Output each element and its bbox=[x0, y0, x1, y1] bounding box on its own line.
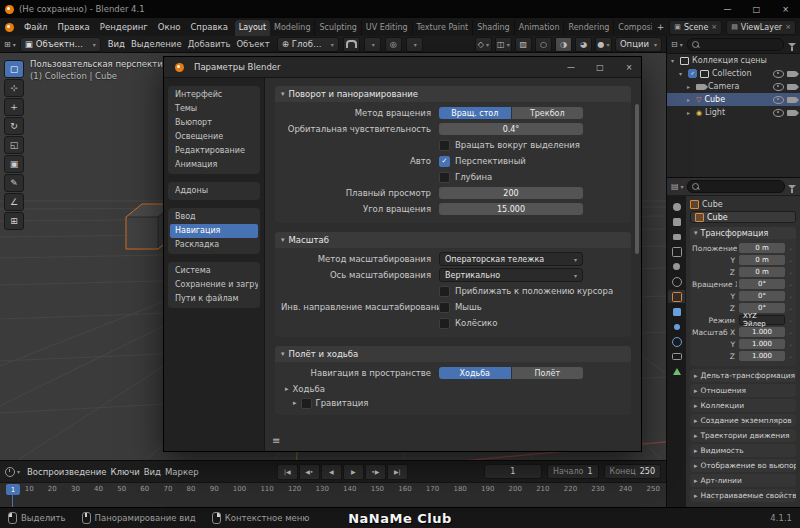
play-reverse-button[interactable]: ◀ bbox=[321, 464, 342, 480]
pref-tab-addons[interactable]: Аддоны bbox=[170, 184, 258, 198]
shading-wireframe-button[interactable]: ○ bbox=[535, 37, 552, 52]
pref-tab-navigation[interactable]: Навигация bbox=[170, 224, 258, 238]
prefs-minimize-button[interactable]: — bbox=[559, 57, 583, 77]
decorate-keyframe-icon[interactable]: ◦ bbox=[787, 269, 794, 276]
object-name-field[interactable]: Cube bbox=[690, 211, 796, 224]
section-fly-walk-header[interactable]: ▾ Полёт и ходьба bbox=[275, 346, 631, 362]
section-zoom-header[interactable]: ▾ Масштаб bbox=[275, 232, 631, 248]
rotation-mode-dropdown[interactable]: XYZ Эйлер bbox=[739, 315, 785, 325]
gizmos-dropdown[interactable]: ◇ bbox=[475, 37, 492, 52]
walk-subpanel[interactable]: ▸ Ходьба bbox=[281, 382, 583, 396]
menu-window[interactable]: Окно bbox=[153, 18, 186, 36]
tool-transform[interactable]: ▣ bbox=[4, 155, 24, 173]
pref-tab-system[interactable]: Система bbox=[170, 264, 258, 278]
frame-end-field[interactable]: Конец 250 bbox=[604, 464, 661, 479]
tab-view-layer[interactable] bbox=[668, 245, 685, 258]
workspace-tab-sculpting[interactable]: Sculpting bbox=[315, 20, 361, 36]
smooth-view-field[interactable]: 200 bbox=[439, 187, 583, 199]
tab-constraints[interactable] bbox=[668, 350, 685, 363]
zoom-axis-dropdown[interactable]: Вертикально ▾ bbox=[439, 268, 583, 282]
gravity-subpanel[interactable]: ▸ Гравитация bbox=[281, 396, 583, 410]
outliner-row-cube[interactable]: ▸ ▽ Cube bbox=[667, 93, 800, 106]
view-layer-selector[interactable]: ▤ ViewLayer × bbox=[726, 20, 796, 35]
blender-menu-icon[interactable] bbox=[5, 23, 14, 32]
navigation-walk-button[interactable]: Ходьба bbox=[439, 367, 511, 379]
tab-output[interactable] bbox=[668, 230, 685, 243]
outliner-row-light[interactable]: ▸ ◉ Light bbox=[667, 106, 800, 119]
panel-instancing[interactable]: ▸ Создание экземпляров bbox=[690, 414, 796, 427]
hide-in-viewport-icon[interactable] bbox=[773, 70, 784, 78]
play-button[interactable]: ▶ bbox=[343, 464, 364, 480]
disable-in-renders-icon[interactable] bbox=[787, 110, 796, 116]
tab-modifiers[interactable] bbox=[668, 305, 685, 318]
invert-mouse-zoom-checkbox[interactable] bbox=[439, 302, 450, 313]
menu-file[interactable]: Файл bbox=[19, 18, 52, 36]
location-z-field[interactable]: 0 m bbox=[739, 267, 785, 277]
outliner-search-input[interactable] bbox=[687, 38, 784, 51]
menu-help[interactable]: Справка bbox=[185, 18, 232, 36]
transform-orientation-dropdown[interactable]: ⊕ Глобально bbox=[277, 37, 339, 52]
timeline-editor-dropdown[interactable] bbox=[5, 467, 20, 477]
scene-selector[interactable]: ▣ Scene × bbox=[669, 20, 722, 35]
prefs-maximize-button[interactable]: □ bbox=[588, 57, 612, 77]
tool-move[interactable]: + bbox=[4, 98, 24, 116]
proportional-edit-toggle[interactable]: ◎ bbox=[385, 37, 402, 52]
overlays-dropdown[interactable]: ◫ bbox=[495, 37, 512, 52]
pref-tab-themes[interactable]: Темы bbox=[170, 102, 258, 116]
workspace-tab-uv-editing[interactable]: UV Editing bbox=[362, 20, 413, 36]
frame-start-field[interactable]: Начало 1 bbox=[547, 464, 599, 479]
tab-object[interactable] bbox=[668, 290, 685, 303]
options-dropdown[interactable]: Опции bbox=[615, 37, 662, 52]
tab-world[interactable] bbox=[668, 275, 685, 288]
zoom-method-dropdown[interactable]: Операторская тележка ▾ bbox=[439, 252, 583, 266]
timeline-menu-keying[interactable]: Ключи bbox=[109, 467, 142, 477]
panel-line-art[interactable]: ▸ Арт-линии bbox=[690, 474, 796, 487]
pref-tab-interface[interactable]: Интерфейс bbox=[170, 88, 258, 102]
decorate-keyframe-icon[interactable]: ◦ bbox=[787, 317, 794, 324]
hide-in-viewport-icon[interactable] bbox=[773, 109, 784, 117]
orbit-sensitivity-slider[interactable]: 0.4° bbox=[439, 123, 583, 135]
transform-panel-header[interactable]: ▾ Трансформация bbox=[690, 227, 796, 239]
timeline-menu-view[interactable]: Вид bbox=[142, 467, 163, 477]
scale-x-field[interactable]: 1.000 bbox=[739, 327, 785, 337]
snap-toggle[interactable] bbox=[343, 37, 360, 52]
jump-to-start-button[interactable]: |◀ bbox=[277, 464, 298, 480]
tool-measure[interactable]: ∠ bbox=[4, 193, 24, 211]
viewport-menu-select[interactable]: Выделение bbox=[128, 39, 185, 49]
prefs-close-button[interactable]: × bbox=[617, 57, 641, 77]
editor-type-dropdown[interactable]: ⊞ bbox=[4, 40, 16, 49]
section-rotate-pan-header[interactable]: ▾ Поворот и панорамирование bbox=[275, 86, 631, 102]
tab-scene[interactable] bbox=[668, 260, 685, 273]
tool-select-box[interactable]: ▢ bbox=[4, 60, 24, 78]
zoom-to-cursor-checkbox[interactable] bbox=[439, 286, 450, 297]
pref-tab-file-paths[interactable]: Пути к файлам bbox=[170, 292, 258, 306]
disable-in-renders-icon[interactable] bbox=[787, 71, 796, 77]
decorate-keyframe-icon[interactable]: ◦ bbox=[787, 281, 794, 288]
add-workspace-button[interactable]: + bbox=[652, 22, 670, 32]
previous-keyframe-button[interactable]: ◀• bbox=[299, 464, 320, 480]
invert-wheel-zoom-checkbox[interactable] bbox=[439, 318, 450, 329]
pref-tab-viewport[interactable]: Вьюпорт bbox=[170, 116, 258, 130]
hide-in-viewport-icon[interactable] bbox=[773, 83, 784, 91]
menu-edit[interactable]: Правка bbox=[52, 18, 94, 36]
decorate-keyframe-icon[interactable]: ◦ bbox=[787, 293, 794, 300]
auto-depth-checkbox[interactable] bbox=[439, 172, 450, 183]
timeline-ruler[interactable]: 0102030405060708090100110120130140150160… bbox=[0, 483, 666, 507]
gravity-checkbox[interactable] bbox=[301, 398, 312, 409]
workspace-tab-rendering[interactable]: Rendering bbox=[564, 20, 614, 36]
viewport-menu-object[interactable]: Объект bbox=[233, 39, 272, 49]
filter-icon[interactable] bbox=[788, 43, 796, 47]
viewport-menu-view[interactable]: Вид bbox=[105, 39, 128, 49]
decorate-keyframe-icon[interactable]: ◦ bbox=[787, 341, 794, 348]
mode-dropdown[interactable]: ▣ Объектный режим bbox=[20, 37, 101, 52]
decorate-keyframe-icon[interactable]: ◦ bbox=[787, 353, 794, 360]
preferences-titlebar[interactable]: Параметры Blender — □ × bbox=[164, 57, 641, 78]
rotation-y-field[interactable]: 0° bbox=[739, 291, 785, 301]
tab-tool[interactable] bbox=[668, 200, 685, 213]
disable-in-renders-icon[interactable] bbox=[787, 97, 796, 103]
breadcrumb-object-name[interactable]: Cube bbox=[702, 200, 723, 209]
maximize-button[interactable]: □ bbox=[742, 0, 771, 18]
workspace-tab-compositing[interactable]: Compositing bbox=[614, 20, 651, 36]
pref-tab-animation[interactable]: Анимация bbox=[170, 158, 258, 172]
scrollbar[interactable] bbox=[635, 104, 639, 254]
